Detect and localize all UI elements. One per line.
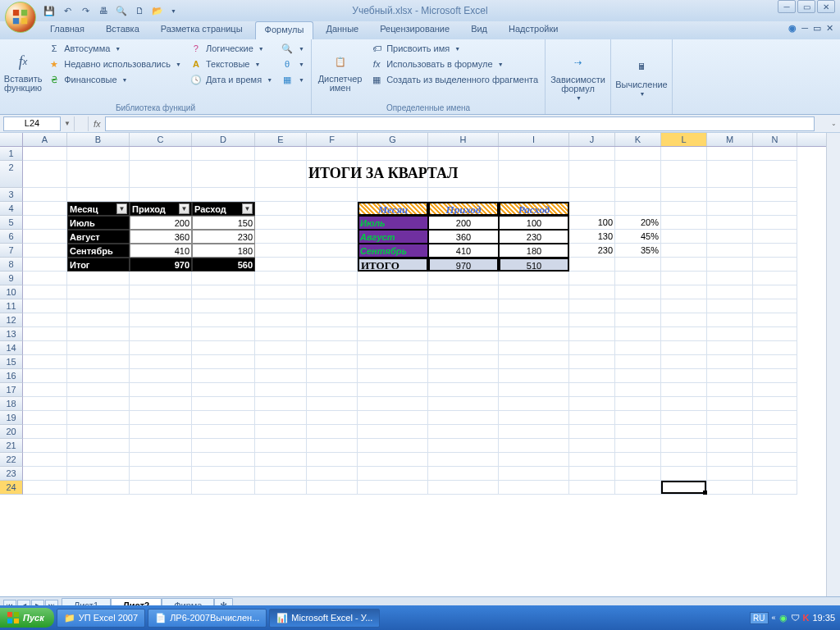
cell-J11[interactable]	[569, 299, 615, 313]
recent-button[interactable]: ★Недавно использовались▼	[46, 57, 183, 71]
cell-G10[interactable]	[358, 285, 428, 299]
select-all-corner[interactable]	[0, 133, 23, 146]
cell-H8[interactable]: 970	[428, 258, 499, 272]
help-icon[interactable]: ◉	[788, 23, 797, 34]
cell-J12[interactable]	[569, 313, 615, 327]
cell-I19[interactable]	[499, 411, 569, 425]
cell-I8[interactable]: 510	[499, 258, 569, 272]
cell-I4[interactable]: Расход	[499, 202, 569, 216]
tray-icon-1[interactable]: ◉	[779, 613, 788, 623]
cell-G21[interactable]	[358, 439, 428, 453]
cell-N7[interactable]	[753, 244, 797, 258]
row-header-6[interactable]: 6	[0, 230, 23, 244]
cell-M11[interactable]	[707, 299, 753, 313]
cell-D21[interactable]	[192, 439, 255, 453]
row-header-14[interactable]: 14	[0, 341, 23, 355]
cell-C14[interactable]	[130, 341, 192, 355]
cell-C13[interactable]	[130, 327, 192, 341]
cell-J17[interactable]	[569, 383, 615, 397]
cell-K24[interactable]	[615, 481, 661, 495]
cell-N10[interactable]	[753, 285, 797, 299]
cell-K1[interactable]	[615, 147, 661, 161]
cell-G9[interactable]	[358, 272, 428, 285]
minimize-button[interactable]: ─	[778, 0, 796, 13]
create-from-selection-button[interactable]: ▦Создать из выделенного фрагмента	[368, 72, 540, 87]
cell-B9[interactable]	[67, 272, 130, 285]
cell-C1[interactable]	[130, 147, 192, 161]
cell-A7[interactable]	[23, 244, 67, 258]
cell-G15[interactable]	[358, 355, 428, 369]
cell-D11[interactable]	[192, 299, 255, 313]
cell-N3[interactable]	[753, 188, 797, 202]
qat-more-icon[interactable]: ▼	[171, 8, 176, 14]
cell-I17[interactable]	[499, 383, 569, 397]
cell-I18[interactable]	[499, 397, 569, 411]
cell-A12[interactable]	[23, 313, 67, 327]
logical-button[interactable]: ?Логические▼	[188, 41, 274, 56]
cell-J2[interactable]	[569, 161, 615, 188]
start-button[interactable]: Пуск	[0, 608, 54, 628]
cell-H10[interactable]	[428, 285, 499, 299]
cell-J14[interactable]	[569, 341, 615, 355]
cell-N1[interactable]	[753, 147, 797, 161]
cell-M21[interactable]	[707, 439, 753, 453]
cell-F4[interactable]	[307, 202, 358, 216]
row-header-4[interactable]: 4	[0, 202, 23, 216]
cell-G4[interactable]: Месяц	[358, 202, 428, 216]
cell-K4[interactable]	[615, 202, 661, 216]
cell-L19[interactable]	[661, 411, 707, 425]
cell-I21[interactable]	[499, 439, 569, 453]
cell-L18[interactable]	[661, 397, 707, 411]
cell-K9[interactable]	[615, 272, 661, 285]
cell-B5[interactable]: Июль	[67, 216, 130, 230]
col-header-I[interactable]: I	[499, 133, 569, 146]
cell-F22[interactable]	[307, 453, 358, 467]
cell-K19[interactable]	[615, 411, 661, 425]
ribbon-tab-4[interactable]: Данные	[317, 21, 368, 39]
cell-F21[interactable]	[307, 439, 358, 453]
cell-E18[interactable]	[255, 397, 307, 411]
cell-E2[interactable]	[255, 161, 307, 188]
cell-D5[interactable]: 150	[192, 216, 255, 230]
col-header-F[interactable]: F	[307, 133, 358, 146]
cell-F11[interactable]	[307, 299, 358, 313]
cell-N17[interactable]	[753, 383, 797, 397]
cell-M5[interactable]	[707, 216, 753, 230]
cell-D12[interactable]	[192, 313, 255, 327]
cell-M23[interactable]	[707, 467, 753, 481]
cell-K13[interactable]	[615, 327, 661, 341]
row-header-2[interactable]: 2	[0, 161, 23, 188]
cell-L20[interactable]	[661, 425, 707, 439]
cell-H4[interactable]: Приход	[428, 202, 499, 216]
cell-B21[interactable]	[67, 439, 130, 453]
cell-J1[interactable]	[569, 147, 615, 161]
cell-D10[interactable]	[192, 285, 255, 299]
cell-M2[interactable]	[707, 161, 753, 188]
cell-A5[interactable]	[23, 216, 67, 230]
cell-M18[interactable]	[707, 397, 753, 411]
cell-G1[interactable]	[358, 147, 428, 161]
cell-J15[interactable]	[569, 355, 615, 369]
col-header-E[interactable]: E	[255, 133, 307, 146]
cell-J21[interactable]	[569, 439, 615, 453]
cell-B15[interactable]	[67, 355, 130, 369]
col-header-L[interactable]: L	[661, 133, 707, 146]
cell-G14[interactable]	[358, 341, 428, 355]
cell-L17[interactable]	[661, 383, 707, 397]
cell-E22[interactable]	[255, 453, 307, 467]
cell-A13[interactable]	[23, 327, 67, 341]
cell-I13[interactable]	[499, 327, 569, 341]
cell-H18[interactable]	[428, 397, 499, 411]
cell-B20[interactable]	[67, 425, 130, 439]
cell-E8[interactable]	[255, 258, 307, 272]
cell-K8[interactable]	[615, 258, 661, 272]
cell-N18[interactable]	[753, 397, 797, 411]
cell-N16[interactable]	[753, 369, 797, 383]
col-header-B[interactable]: B	[67, 133, 130, 146]
preview-icon[interactable]: 🔍	[115, 4, 128, 17]
cell-E1[interactable]	[255, 147, 307, 161]
cell-F7[interactable]	[307, 244, 358, 258]
cell-H23[interactable]	[428, 467, 499, 481]
ribbon-tab-3[interactable]: Формулы	[255, 21, 314, 39]
row-header-19[interactable]: 19	[0, 411, 23, 425]
